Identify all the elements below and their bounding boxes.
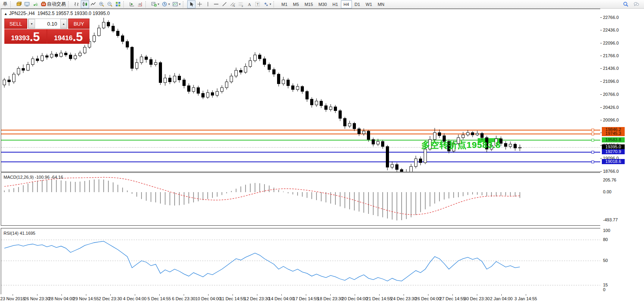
chart-shift-button[interactable] [136,0,144,8]
price-tick [600,94,602,95]
auto-trading-button[interactable]: 自动交易 [39,0,67,8]
fibonacci-icon: F [238,1,244,7]
price-tick-label: 20096.0 [603,118,619,122]
candle-body [112,26,115,31]
candle-body [353,123,356,129]
candle-body [382,142,384,147]
periods-button[interactable]: ▾ [160,0,171,8]
candle-body [519,148,521,148]
timeframe-m1[interactable]: M1 [279,0,290,8]
candle-body [216,92,219,95]
candle-body [358,129,361,134]
rsi-pane[interactable] [1,228,600,294]
search-icon [623,1,629,7]
candle-body [8,80,11,82]
timeframe-w1[interactable]: W1 [363,0,375,8]
candle-body [339,111,342,119]
candle-body [277,74,280,84]
price-level-badge: 19270.9 [602,149,625,154]
bar-chart-icon [74,1,80,7]
market-watch-icon [16,1,22,7]
pane-separator[interactable] [1,225,601,228]
periods-dropdown-icon[interactable]: ▾ [168,2,170,6]
toolbar-separator [68,1,71,7]
timeframe-mn[interactable]: MN [375,0,387,8]
text-button[interactable]: A [245,0,253,8]
buy-price[interactable]: 19416.5 [47,29,89,44]
timeframe-h4[interactable]: H4 [341,0,352,8]
fibonacci-button[interactable]: F [237,0,245,8]
candle-body [254,55,257,61]
cursor-button[interactable] [187,0,195,8]
candle-body [396,165,398,170]
templates-button[interactable]: ▾ [171,0,182,8]
data-window-button[interactable] [23,0,31,8]
timeframe-d1[interactable]: D1 [352,0,363,8]
time-tick [281,294,282,296]
chart-collapse-icon[interactable]: ▲ [4,12,7,16]
price-tick-label: 22436.0 [603,28,619,32]
price-tick-label: 18766.0 [603,169,619,174]
price-tick [600,17,602,18]
zoom-in-button[interactable] [97,0,106,8]
equidistant-channel-button[interactable]: E [229,0,237,8]
macd-scale-label: 205.76 [603,178,616,182]
arrows-dropdown-icon[interactable]: ▾ [270,2,271,6]
new-order-button[interactable]: 单 [1,0,9,8]
time-tick-label: 3 Jan 14:55 [508,296,543,301]
timeframe-m5[interactable]: M5 [290,0,302,8]
text-label-button[interactable]: T [253,0,262,8]
zoom-out-button[interactable] [106,0,114,8]
bar-chart-button[interactable] [73,0,81,8]
time-axis[interactable]: 23 Nov 201826 Nov 23:3028 Nov 04:0029 No… [1,294,601,303]
sell-price[interactable]: 19393.5 [4,29,47,44]
macd-pane[interactable] [1,172,600,225]
market-watch-button[interactable] [15,0,23,8]
tile-windows-button[interactable] [114,0,122,8]
candle-body [192,88,195,92]
arrows-button[interactable]: ▾ [262,0,272,8]
chart-canvas[interactable]: ▲JPN225-,H4 19452.5 19557.5 19330.0 1939… [1,9,601,295]
line-chart-button[interactable] [89,0,97,8]
auto-scroll-button[interactable] [128,0,136,8]
candle-body [259,55,261,59]
buy-button[interactable]: BUY [68,19,89,29]
horizontal-line-button[interactable] [212,0,220,8]
price-chart[interactable] [1,9,600,172]
time-tick [86,294,86,296]
templates-dropdown-icon[interactable]: ▾ [179,2,181,6]
volume-down-icon[interactable]: ▼ [28,19,35,28]
new-chart-dropdown-icon[interactable]: ▾ [158,2,159,6]
volume-field[interactable]: 0.10 [35,19,60,28]
candlestick-chart-button[interactable] [81,0,89,8]
candle-body [65,53,67,55]
price-axis[interactable]: 22766.022436.022096.021766.021436.021096… [600,9,644,294]
candle-body [55,54,58,56]
candle-body [136,63,138,69]
timeframe-m30[interactable]: M30 [316,0,329,8]
price-tick [600,68,602,69]
candle-body [325,106,328,110]
vertical-line-button[interactable] [204,0,212,8]
candle-body [126,41,129,47]
candle-body [240,70,242,72]
price-level-badge: 19018.6 [602,159,625,164]
arrows-icon [263,1,269,7]
search-button[interactable] [622,0,630,8]
crosshair-button[interactable] [195,0,204,8]
signals-button[interactable] [31,0,39,8]
candle-body [145,57,148,60]
chat-button[interactable] [632,0,640,8]
trendline-button[interactable] [220,0,229,8]
svg-text:A: A [248,2,251,7]
volume-up-icon[interactable]: ▲ [60,19,67,28]
candle-body [154,63,157,65]
zoom-in-icon [99,1,104,7]
timeframe-m15[interactable]: M15 [302,0,316,8]
new-chart-button[interactable]: ▾ [150,0,160,8]
timeframe-h1[interactable]: H1 [329,0,341,8]
sell-button[interactable]: SELL [4,19,27,29]
chart-shift-icon [137,1,143,7]
candle-body [462,135,465,138]
time-tick [428,294,428,296]
